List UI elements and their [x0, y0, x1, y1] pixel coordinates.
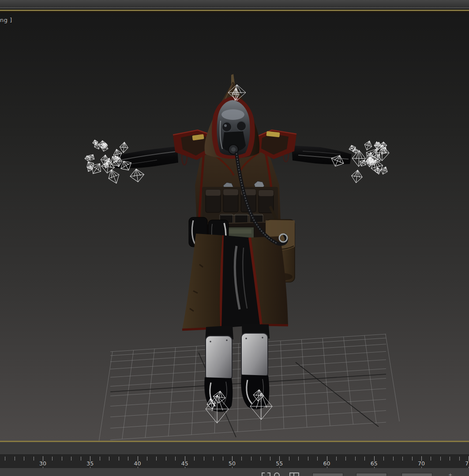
- frame-tick: [223, 457, 223, 461]
- frame-tick: [308, 457, 308, 461]
- frame-tick: [15, 457, 15, 461]
- frame-tick: [355, 457, 356, 461]
- frame-tick: [402, 457, 403, 461]
- track-bar[interactable]: [0, 442, 469, 455]
- frame-tick: [194, 457, 195, 461]
- frame-tick-label: 40: [130, 460, 146, 467]
- frame-tick-label: 50: [224, 460, 240, 467]
- frame-tick: [251, 457, 251, 461]
- plus-mark-icon: +: [448, 473, 452, 476]
- frame-tick: [175, 457, 176, 461]
- frame-tick: [156, 457, 157, 461]
- frame-tick: [24, 457, 24, 461]
- frame-tick: [440, 457, 441, 461]
- viewport-scene: [0, 13, 469, 441]
- frame-tick: [345, 457, 346, 461]
- frame-tick: [317, 457, 318, 461]
- frame-tick: [241, 457, 242, 461]
- frame-tick: [260, 457, 261, 461]
- frame-tick: [213, 457, 214, 461]
- frame-tick-label: 70: [413, 460, 429, 467]
- status-bar: +: [0, 468, 469, 476]
- frame-tick: [383, 457, 384, 461]
- frame-tick: [364, 457, 365, 461]
- frame-tick: [431, 457, 431, 461]
- frame-tick: [336, 457, 337, 461]
- frame-tick: [34, 457, 34, 461]
- lock-icon[interactable]: [274, 472, 280, 476]
- frame-tick-label: 60: [319, 460, 335, 467]
- frame-tick: [393, 457, 394, 461]
- frame-tick: [109, 457, 109, 461]
- frame-tick: [450, 457, 450, 461]
- frame-tick: [71, 457, 71, 461]
- coordinate-y-field[interactable]: [356, 473, 387, 476]
- coordinate-x-field[interactable]: [312, 473, 343, 476]
- frame-tick: [289, 457, 289, 461]
- frame-tick: [128, 457, 128, 461]
- frame-tick-label: 65: [366, 460, 382, 467]
- frame-tick: [298, 457, 299, 461]
- frame-tick: [119, 457, 119, 461]
- perspective-viewport[interactable]: ng ]: [0, 13, 469, 441]
- frame-tick-label: 35: [82, 460, 98, 467]
- frame-tick: [166, 457, 166, 461]
- frame-tick: [270, 457, 270, 461]
- grid-icon[interactable]: [289, 472, 299, 476]
- toolbar-bottom-edge: [0, 0, 469, 13]
- frame-tick: [81, 457, 81, 461]
- frame-tick-label: 55: [271, 460, 287, 467]
- time-ruler[interactable]: 30354045505560657075: [0, 454, 469, 468]
- frame-tick: [459, 457, 460, 461]
- frame-tick: [5, 457, 5, 461]
- frame-tick: [52, 457, 53, 461]
- frame-tick-label: 75: [461, 460, 469, 467]
- frame-tick: [62, 457, 62, 461]
- toolbar-gradient: [0, 0, 469, 7]
- frame-tick: [204, 457, 204, 461]
- coordinate-z-field[interactable]: [401, 473, 432, 476]
- frame-tick-label: 45: [177, 460, 193, 467]
- frame-tick-label: 30: [35, 460, 51, 467]
- brackets-icon[interactable]: [262, 472, 270, 476]
- frame-tick: [100, 457, 100, 461]
- frame-tick: [147, 457, 147, 461]
- frame-tick: [412, 457, 413, 461]
